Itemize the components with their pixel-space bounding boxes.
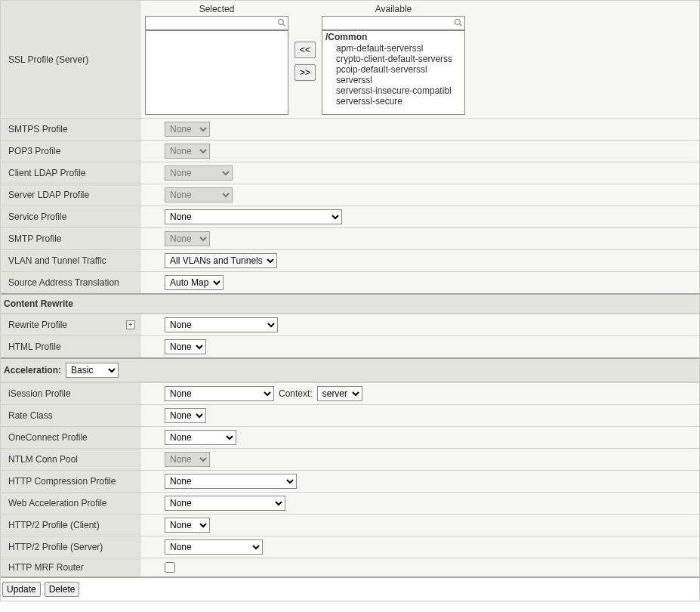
rate-select[interactable]: None — [165, 408, 206, 423]
context-label: Context: — [279, 388, 313, 399]
field-html: None — [140, 336, 699, 357]
label-mrf: HTTP MRF Router — [1, 558, 140, 576]
row-httpcomp: HTTP Compression ProfileNone — [1, 470, 699, 492]
label-http2s: HTTP/2 Profile (Server) — [1, 536, 140, 558]
footer: UpdateDelete — [1, 576, 699, 601]
vlan-select[interactable]: All VLANs and Tunnels — [165, 253, 277, 268]
available-column: Available/Commonapm-default-serversslcry… — [322, 4, 465, 115]
isession-select[interactable]: None — [165, 386, 274, 401]
section-title: Acceleration: — [4, 365, 61, 376]
label-text: Service Profile — [8, 212, 66, 222]
move-right-button[interactable]: >> — [294, 64, 316, 81]
field-rewrite: None — [140, 314, 699, 335]
list-item[interactable]: serverssl — [322, 75, 464, 85]
oneconnect-select[interactable]: None — [165, 430, 236, 445]
http2c-select[interactable]: None — [165, 518, 210, 533]
label-text: VLAN and Tunnel Traffic — [8, 255, 106, 266]
label-pop3: POP3 Profile — [1, 141, 140, 162]
label-ntlm: NTLM Conn Pool — [1, 449, 140, 470]
label-service: Service Profile — [1, 206, 140, 227]
mrf-checkbox[interactable] — [165, 562, 175, 573]
plus-icon[interactable]: + — [126, 320, 135, 329]
move-left-button[interactable]: << — [294, 42, 316, 58]
http2s-select[interactable]: None — [165, 539, 263, 555]
field-ntlm: None — [140, 449, 699, 470]
webaccel-select[interactable]: None — [165, 496, 285, 511]
row-smtp: SMTP ProfileNone — [1, 227, 699, 249]
label-text: HTTP Compression Profile — [8, 476, 116, 487]
httpcomp-select[interactable]: None — [165, 474, 297, 489]
field-webaccel: None — [140, 493, 699, 514]
label-text: Rewrite Profile — [8, 320, 67, 330]
row-smtps: SMTPS ProfileNone — [1, 118, 699, 140]
section-content-rewrite: Content Rewrite — [1, 293, 699, 314]
list-item[interactable]: serverssl-insecure-compatibl — [322, 85, 464, 96]
field-oneconnect: None — [140, 427, 699, 448]
label-text: POP3 Profile — [8, 146, 60, 156]
row-ntlm: NTLM Conn PoolNone — [1, 448, 699, 470]
label-vlan: VLAN and Tunnel Traffic — [1, 250, 140, 271]
label-text: Server LDAP Profile — [8, 190, 89, 200]
row-client-ldap: Client LDAP ProfileNone — [1, 162, 699, 184]
acceleration-mode-select[interactable]: Basic — [66, 363, 119, 378]
row-ssl-profile-server: SSL Profile (Server)Selected<<>>Availabl… — [1, 0, 699, 118]
field-smtp: None — [140, 228, 699, 249]
available-title: Available — [375, 4, 412, 14]
html-select[interactable]: None — [165, 339, 206, 354]
label-text: SMTPS Profile — [8, 124, 68, 134]
label-smtps: SMTPS Profile — [1, 119, 140, 140]
ssl-dual-list: Selected<<>>Available/Commonapm-default-… — [140, 1, 699, 118]
label-text: iSession Profile — [8, 388, 71, 399]
available-search-input[interactable] — [322, 16, 465, 30]
label-text: Web Acceleration Profile — [8, 498, 107, 508]
ntlm-select: None — [165, 452, 210, 467]
label-html: HTML Profile — [1, 336, 140, 357]
row-http2s: HTTP/2 Profile (Server)None — [1, 536, 699, 558]
sat-select[interactable]: Auto Map — [165, 275, 224, 290]
field-smtps: None — [140, 119, 699, 140]
field-rate: None — [140, 405, 699, 426]
label-text: HTTP MRF Router — [8, 562, 84, 573]
section-acceleration: Acceleration:Basic — [1, 357, 699, 382]
label-sat: Source Address Translation — [1, 272, 140, 293]
list-item[interactable]: pcoip-default-serverssl — [322, 64, 464, 75]
rewrite-select[interactable]: None — [165, 317, 278, 332]
selected-column: Selected — [145, 4, 288, 115]
field-server-ldap: None — [140, 184, 699, 206]
label-text: HTML Profile — [8, 342, 61, 352]
available-listbox[interactable]: /Commonapm-default-serversslcrypto-clien… — [322, 30, 465, 115]
label-httpcomp: HTTP Compression Profile — [1, 471, 140, 492]
row-service: Service ProfileNone — [1, 206, 699, 227]
selected-listbox[interactable] — [145, 30, 288, 115]
delete-button[interactable]: Delete — [45, 582, 80, 597]
label-rate: Rate Class — [1, 405, 140, 426]
server-ldap-select: None — [165, 187, 233, 202]
service-select[interactable]: None — [165, 209, 342, 224]
selected-search-input[interactable] — [145, 16, 288, 30]
field-http2c: None — [140, 515, 699, 536]
list-folder[interactable]: /Common — [322, 31, 464, 43]
row-mrf: HTTP MRF Router — [1, 558, 699, 576]
list-item[interactable]: serverssl-secure — [322, 96, 464, 107]
label-rewrite: Rewrite Profile+ — [1, 314, 140, 335]
pop3-select: None — [165, 144, 210, 159]
field-mrf — [140, 558, 699, 576]
row-webaccel: Web Acceleration ProfileNone — [1, 492, 699, 514]
label-server-ldap: Server LDAP Profile — [1, 184, 140, 206]
row-server-ldap: Server LDAP ProfileNone — [1, 184, 699, 206]
label-isession: iSession Profile — [1, 383, 140, 404]
row-rewrite: Rewrite Profile+None — [1, 314, 699, 335]
isession-context-select[interactable]: server — [317, 386, 362, 401]
section-title: Content Rewrite — [4, 298, 73, 309]
label-text: HTTP/2 Profile (Server) — [8, 542, 103, 552]
row-html: HTML ProfileNone — [1, 335, 699, 357]
list-item[interactable]: apm-default-serverssl — [322, 43, 464, 54]
field-isession: NoneContext:server — [140, 383, 699, 404]
label-ssl-profile-server: SSL Profile (Server) — [1, 1, 140, 118]
label-text: Client LDAP Profile — [8, 168, 86, 178]
client-ldap-select: None — [165, 165, 233, 181]
label-http2c: HTTP/2 Profile (Client) — [1, 515, 140, 536]
update-button[interactable]: Update — [2, 582, 41, 597]
list-item[interactable]: crypto-client-default-serverss — [322, 54, 464, 64]
label-text: SSL Profile (Server) — [8, 54, 88, 65]
